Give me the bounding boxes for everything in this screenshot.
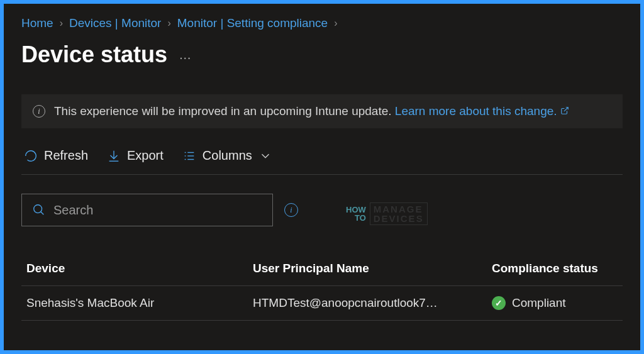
breadcrumb: Home › Devices | Monitor › Monitor | Set… — [21, 16, 623, 30]
chevron-down-icon — [258, 149, 272, 163]
svg-point-9 — [34, 205, 42, 213]
refresh-label: Refresh — [44, 148, 88, 163]
chevron-right-icon: › — [60, 18, 63, 29]
search-icon — [32, 203, 46, 217]
chevron-right-icon: › — [334, 18, 337, 29]
export-label: Export — [127, 148, 164, 163]
search-box[interactable] — [21, 194, 273, 226]
breadcrumb-monitor-setting-compliance[interactable]: Monitor | Setting compliance — [177, 16, 328, 30]
svg-line-10 — [41, 212, 44, 215]
search-input[interactable] — [53, 203, 262, 218]
status-text: Compliant — [512, 296, 566, 310]
breadcrumb-devices-monitor[interactable]: Devices | Monitor — [69, 16, 161, 30]
toolbar: Refresh Export Columns — [21, 141, 623, 175]
table-header: Device User Principal Name Compliance st… — [21, 252, 623, 286]
check-circle-icon: ✓ — [492, 296, 506, 310]
cell-upn: HTMDTest@anoopcnairoutlook7… — [253, 296, 492, 310]
header-upn[interactable]: User Principal Name — [253, 262, 492, 275]
device-table: Device User Principal Name Compliance st… — [21, 252, 623, 321]
download-icon — [107, 149, 121, 163]
header-device[interactable]: Device — [26, 262, 253, 275]
header-status[interactable]: Compliance status — [492, 262, 618, 275]
columns-icon — [182, 149, 196, 163]
external-link-icon — [560, 106, 569, 117]
banner-learn-more-link[interactable]: Learn more about this change. — [395, 104, 557, 118]
chevron-right-icon: › — [167, 18, 170, 29]
refresh-icon — [24, 149, 38, 163]
svg-line-0 — [564, 108, 568, 111]
breadcrumb-home[interactable]: Home — [21, 16, 53, 30]
more-actions-button[interactable]: … — [179, 48, 192, 62]
cell-device: Snehasis's MacBook Air — [26, 296, 253, 310]
banner-text: This experience will be improved in an u… — [54, 104, 392, 118]
columns-label: Columns — [203, 148, 252, 163]
refresh-button[interactable]: Refresh — [24, 148, 88, 163]
cell-status: ✓ Compliant — [492, 296, 618, 310]
watermark: HOW TO MANAGE DEVICES — [346, 202, 428, 225]
info-icon: i — [33, 105, 45, 118]
search-info-icon[interactable]: i — [284, 203, 298, 217]
info-banner: i This experience will be improved in an… — [21, 94, 623, 128]
page-title: Device status — [21, 41, 167, 68]
columns-button[interactable]: Columns — [182, 148, 272, 163]
table-row[interactable]: Snehasis's MacBook Air HTMDTest@anoopcna… — [21, 286, 623, 321]
export-button[interactable]: Export — [107, 148, 164, 163]
